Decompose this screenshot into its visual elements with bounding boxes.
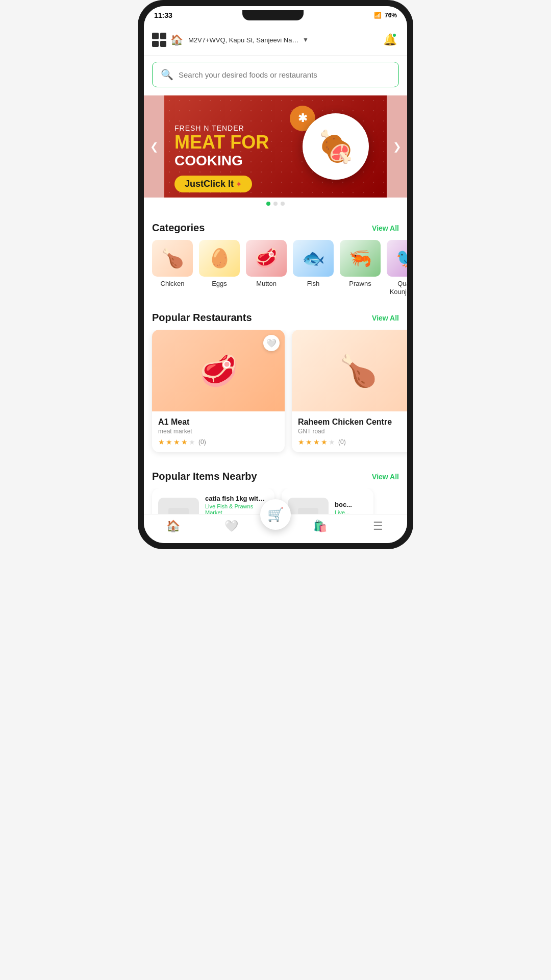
category-label-fish: Fish [307, 280, 320, 288]
banner-brand-label: JustClick It ✦ [174, 176, 252, 192]
banner-brand-text: JustClick It [185, 179, 234, 189]
nav-item-menu[interactable]: ☰ [349, 520, 407, 533]
rating-count-a1: (0) [198, 438, 206, 446]
status-time: 11:33 [154, 11, 172, 19]
home-icon[interactable]: 🏠 [170, 34, 183, 46]
category-label-eggs: Eggs [212, 280, 227, 288]
banner-dots [144, 198, 407, 210]
r-star-1: ★ [298, 438, 305, 446]
restaurant-subtitle-raheem: GNT road [298, 428, 407, 435]
nav-item-wishlist[interactable]: 🤍 [202, 520, 260, 533]
restaurant-info-raheem: Raheem Chicken Centre GNT road ★ ★ ★ ★ ★… [292, 411, 407, 452]
banner-container: ❮ FRESH N TENDER MEAT FOR COOKING ✱ 🍖 [144, 95, 407, 198]
categories-title: Categories [152, 222, 205, 234]
restaurant-name-a1: A1 Meat [158, 418, 279, 427]
r-star-5: ★ [329, 438, 335, 446]
status-bar: 11:33 📶 76% [144, 6, 407, 24]
item-details-catla: catla fish 1kg without ... Live Fish & P… [205, 495, 268, 514]
cart-fab-button[interactable]: 🛒 [260, 499, 291, 530]
item-store-boc: Live... [335, 509, 367, 514]
placeholder-mountain2-icon [298, 508, 318, 514]
star-1: ★ [158, 438, 165, 446]
banner-next[interactable]: ❯ [387, 95, 407, 198]
banner-dot-2[interactable] [273, 202, 278, 206]
category-img-fish: 🐟 [293, 240, 334, 277]
search-input[interactable] [179, 70, 390, 79]
nav-item-shop[interactable]: 🛍️ [291, 520, 349, 533]
category-item-chicken[interactable]: 🍗 Chicken [152, 240, 193, 296]
star-4: ★ [181, 438, 188, 446]
phone-frame: 11:33 📶 76% 🏠 M2V7+WVQ, Kapu St, Sanjeev… [138, 0, 413, 549]
grid-icon[interactable] [152, 33, 166, 47]
item-name-catla: catla fish 1kg without ... [205, 495, 268, 502]
banner-text-area: FRESH N TENDER MEAT FOR COOKING [174, 124, 377, 169]
restaurant-card-raheem[interactable]: 🍗 Raheem Chicken Centre GNT road ★ ★ ★ ★… [292, 330, 407, 452]
restaurant-rating-raheem: ★ ★ ★ ★ ★ (0) [298, 438, 407, 446]
brand-star-icon: ✦ [236, 180, 242, 188]
banner-brand-area[interactable]: JustClick It ✦ [174, 176, 252, 192]
r-star-4: ★ [321, 438, 328, 446]
banner-main-text1: MEAT FOR [174, 132, 377, 153]
search-bar[interactable]: 🔍 [152, 62, 399, 87]
restaurant-emoji-raheem: 🍗 [339, 353, 378, 389]
banner-main-text2: COOKING [174, 153, 377, 169]
category-item-quail[interactable]: 🐦 Quail / Kounju pitta [387, 240, 407, 296]
categories-view-all[interactable]: View All [372, 224, 399, 232]
banner-main: FRESH N TENDER MEAT FOR COOKING ✱ 🍖 Just… [164, 95, 387, 198]
dropdown-arrow-icon[interactable]: ▼ [303, 36, 309, 43]
restaurants-scroll[interactable]: 🥩 🤍 A1 Meat meat market ★ ★ ★ ★ ★ (0) [144, 330, 407, 462]
items-view-all[interactable]: View All [372, 473, 399, 481]
restaurant-rating-a1: ★ ★ ★ ★ ★ (0) [158, 438, 279, 446]
restaurants-view-all[interactable]: View All [372, 314, 399, 322]
category-item-mutton[interactable]: 🥩 Mutton [246, 240, 287, 296]
signal-icon: 📶 [374, 12, 382, 19]
restaurant-info-a1: A1 Meat meat market ★ ★ ★ ★ ★ (0) [152, 411, 285, 452]
item-name-boc: boc... [335, 501, 367, 508]
item-card-catla-fish[interactable]: catla fish 1kg without ... Live Fish & P… [152, 488, 274, 514]
category-img-prawns: 🦐 [340, 240, 381, 277]
category-img-quail: 🐦 [387, 240, 407, 277]
restaurant-card-a1-meat[interactable]: 🥩 🤍 A1 Meat meat market ★ ★ ★ ★ ★ (0) [152, 330, 285, 452]
menu-nav-icon: ☰ [373, 520, 383, 533]
header-icons: 🏠 [152, 33, 183, 47]
banner-dot-3[interactable] [281, 202, 285, 206]
notification-dot [392, 33, 397, 38]
item-details-boc: boc... Live... ★ ★ ★ ★ ★ ₹ 21... [335, 501, 367, 514]
items-section-header: Popular Items Nearby View All [144, 462, 407, 488]
restaurants-title: Popular Restaurants [152, 312, 252, 324]
search-container: 🔍 [144, 56, 407, 95]
category-label-chicken: Chicken [161, 280, 185, 288]
category-img-mutton: 🥩 [246, 240, 287, 277]
notification-button[interactable]: 🔔 [381, 31, 399, 49]
category-img-eggs: 🥚 [199, 240, 240, 277]
heart-button-a1[interactable]: 🤍 [263, 335, 280, 351]
restaurant-img-a1: 🥩 🤍 [152, 330, 285, 411]
banner-fresh-text: FRESH N TENDER [174, 124, 377, 132]
star-5: ★ [189, 438, 195, 446]
r-star-3: ★ [313, 438, 320, 446]
restaurant-name-raheem: Raheem Chicken Centre [298, 418, 407, 427]
item-store-catla: Live Fish & Prawns Market [205, 503, 268, 514]
heart-nav-icon: 🤍 [224, 520, 238, 533]
category-item-eggs[interactable]: 🥚 Eggs [199, 240, 240, 296]
categories-section-header: Categories View All [144, 214, 407, 240]
category-item-fish[interactable]: 🐟 Fish [293, 240, 334, 296]
location-area[interactable]: M2V7+WVQ, Kapu St, Sanjeevi Nagar, ... ▼ [188, 36, 375, 44]
banner-dot-1[interactable] [266, 202, 270, 206]
star-3: ★ [173, 438, 180, 446]
category-item-prawns[interactable]: 🦐 Prawns [340, 240, 381, 296]
r-star-2: ★ [306, 438, 312, 446]
item-img-catla [158, 498, 199, 514]
categories-scroll[interactable]: 🍗 Chicken 🥚 Eggs 🥩 Mutton 🐟 Fish 🦐 [144, 240, 407, 304]
battery-text: 76% [385, 12, 397, 19]
scroll-content[interactable]: ❮ FRESH N TENDER MEAT FOR COOKING ✱ 🍖 [144, 95, 407, 514]
nav-item-home[interactable]: 🏠 [144, 520, 202, 533]
phone-screen: 11:33 📶 76% 🏠 M2V7+WVQ, Kapu St, Sanjeev… [144, 6, 407, 543]
placeholder-mountain-icon [168, 508, 189, 514]
category-label-prawns: Prawns [349, 280, 371, 288]
restaurant-subtitle-a1: meat market [158, 428, 279, 435]
item-card-boc[interactable]: boc... Live... ★ ★ ★ ★ ★ ₹ 21... [282, 488, 373, 514]
banner-prev[interactable]: ❮ [144, 95, 164, 198]
items-title: Popular Items Nearby [152, 471, 257, 482]
category-label-quail: Quail / Kounju pitta [387, 280, 407, 296]
